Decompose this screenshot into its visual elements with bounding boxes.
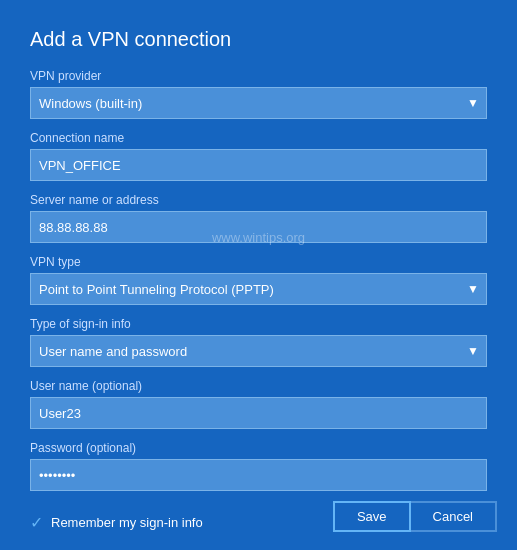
- checkmark-icon: ✓: [30, 513, 43, 532]
- username-label: User name (optional): [30, 379, 487, 393]
- password-input[interactable]: [30, 459, 487, 491]
- password-group: Password (optional): [30, 441, 487, 491]
- username-group: User name (optional): [30, 379, 487, 429]
- vpn-provider-label: VPN provider: [30, 69, 487, 83]
- password-label: Password (optional): [30, 441, 487, 455]
- sign-in-type-label: Type of sign-in info: [30, 317, 487, 331]
- vpn-provider-group: VPN provider Windows (built-in) ▼: [30, 69, 487, 119]
- button-row: Save Cancel: [333, 501, 497, 532]
- server-address-label: Server name or address: [30, 193, 487, 207]
- vpn-type-group: VPN type Point to Point Tunneling Protoc…: [30, 255, 487, 305]
- vpn-type-label: VPN type: [30, 255, 487, 269]
- username-input[interactable]: [30, 397, 487, 429]
- sign-in-type-wrapper: User name and password ▼: [30, 335, 487, 367]
- connection-name-group: Connection name: [30, 131, 487, 181]
- connection-name-label: Connection name: [30, 131, 487, 145]
- dialog-title: Add a VPN connection: [30, 28, 487, 51]
- remember-label: Remember my sign-in info: [51, 515, 203, 530]
- server-address-input[interactable]: [30, 211, 487, 243]
- vpn-type-select[interactable]: Point to Point Tunneling Protocol (PPTP): [30, 273, 487, 305]
- server-address-group: Server name or address: [30, 193, 487, 243]
- vpn-dialog: Add a VPN connection VPN provider Window…: [0, 0, 517, 550]
- vpn-provider-select[interactable]: Windows (built-in): [30, 87, 487, 119]
- save-button[interactable]: Save: [333, 501, 411, 532]
- cancel-button[interactable]: Cancel: [411, 501, 497, 532]
- connection-name-input[interactable]: [30, 149, 487, 181]
- sign-in-type-select[interactable]: User name and password: [30, 335, 487, 367]
- sign-in-type-group: Type of sign-in info User name and passw…: [30, 317, 487, 367]
- vpn-type-wrapper: Point to Point Tunneling Protocol (PPTP)…: [30, 273, 487, 305]
- vpn-provider-wrapper: Windows (built-in) ▼: [30, 87, 487, 119]
